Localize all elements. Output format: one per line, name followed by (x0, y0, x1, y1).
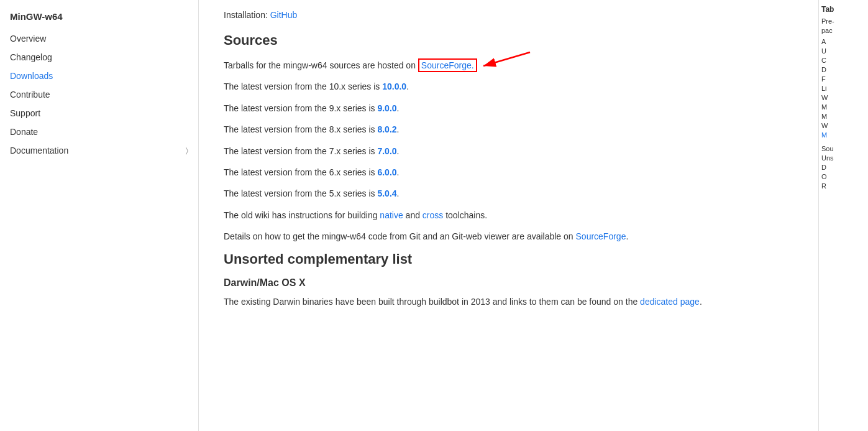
sidebar-item-label: Contribute (10, 90, 50, 100)
version-9-para: The latest version from the 9.x series i… (224, 101, 793, 115)
version-6-para: The latest version from the 6.x series i… (224, 165, 793, 179)
installation-line: Installation: GitHub (224, 10, 793, 20)
version-5-para: The latest version from the 5.x series i… (224, 187, 793, 200)
git-sourceforge-link[interactable]: SourceForge (576, 231, 626, 241)
red-arrow-annotation (477, 47, 533, 72)
sidebar-item-support[interactable]: Support (0, 104, 198, 123)
native-link[interactable]: native (380, 210, 403, 220)
right-panel-item-d[interactable]: D (821, 66, 866, 73)
right-panel-item-w2[interactable]: W (821, 122, 866, 129)
right-panel-item-m2[interactable]: M (821, 113, 866, 120)
version-8-link[interactable]: 8.0.2 (377, 124, 396, 134)
right-panel: Tab Pre- pac A U C D F Li W M M W M Sou … (818, 0, 868, 431)
sidebar-item-label: Overview (10, 34, 46, 44)
version-8-para: The latest version from the 8.x series i… (224, 123, 793, 136)
sidebar-item-donate[interactable]: Donate (0, 123, 198, 141)
right-panel-item-c[interactable]: C (821, 57, 866, 64)
sidebar-item-downloads[interactable]: Downloads (0, 67, 198, 85)
version-10-para: The latest version from the 10.x series … (224, 80, 793, 93)
github-link[interactable]: GitHub (270, 10, 298, 20)
wiki-para: The old wiki has instructions for buildi… (224, 208, 793, 222)
sidebar-item-label: Documentation (10, 146, 68, 155)
sidebar-item-documentation[interactable]: Documentation 〉 (0, 141, 198, 160)
dedicated-page-link[interactable]: dedicated page (640, 297, 700, 307)
sidebar-item-changelog[interactable]: Changelog (0, 48, 198, 67)
main-content: Installation: GitHub Sources Tarballs fo… (199, 0, 818, 431)
sidebar-item-label: Support (10, 108, 40, 118)
git-para: Details on how to get the mingw-w64 code… (224, 229, 793, 243)
svg-line-1 (483, 52, 530, 66)
right-panel-bottom-r[interactable]: R (821, 182, 866, 190)
version-7-para: The latest version from the 7.x series i… (224, 144, 793, 158)
cross-link[interactable]: cross (423, 210, 443, 220)
version-7-link[interactable]: 7.0.0 (377, 146, 396, 156)
unsorted-heading: Unsorted complementary list (224, 251, 793, 267)
sourceforge-paragraph: Tarballs for the mingw-w64 sources are h… (224, 58, 793, 72)
version-10-link[interactable]: 10.0.0 (382, 81, 406, 91)
right-panel-desc-after: pac (821, 27, 866, 34)
right-panel-item-m1[interactable]: M (821, 103, 866, 111)
right-panel-item-f[interactable]: F (821, 75, 866, 83)
right-panel-item-li[interactable]: Li (821, 85, 866, 92)
right-panel-bottom-d[interactable]: D (821, 164, 866, 171)
right-panel-tab-label: Tab (821, 5, 866, 14)
chevron-right-icon: 〉 (186, 146, 188, 155)
version-9-link[interactable]: 9.0.0 (377, 103, 396, 113)
sidebar-item-contribute[interactable]: Contribute (0, 85, 198, 104)
sidebar: MinGW-w64 Overview Changelog Downloads C… (0, 0, 199, 431)
version-5-link[interactable]: 5.0.4 (377, 188, 396, 198)
right-panel-item-w1[interactable]: W (821, 94, 866, 101)
right-panel-bottom-o[interactable]: O (821, 173, 866, 180)
right-panel-item-m-highlighted[interactable]: M (821, 131, 866, 139)
sidebar-title: MinGW-w64 (0, 6, 198, 29)
right-panel-bottom-sou: Sou (821, 145, 866, 152)
version-6-link[interactable]: 6.0.0 (377, 167, 396, 177)
sourceforge-annotation: SourceForge. (418, 58, 477, 72)
sidebar-item-label: Donate (10, 127, 38, 137)
sources-heading: Sources (224, 32, 793, 49)
right-panel-item-u[interactable]: U (821, 47, 866, 55)
sidebar-item-label: Downloads (10, 71, 53, 81)
darwin-heading: Darwin/Mac OS X (224, 277, 793, 289)
right-panel-desc-before: Pre- (821, 17, 866, 25)
right-panel-item-a[interactable]: A (821, 38, 866, 45)
sourceforge-link[interactable]: SourceForge. (418, 58, 477, 72)
darwin-para: The existing Darwin binaries have been b… (224, 295, 793, 308)
right-panel-bottom-uns: Uns (821, 154, 866, 162)
sidebar-item-label: Changelog (10, 52, 52, 62)
sidebar-item-overview[interactable]: Overview (0, 29, 198, 48)
